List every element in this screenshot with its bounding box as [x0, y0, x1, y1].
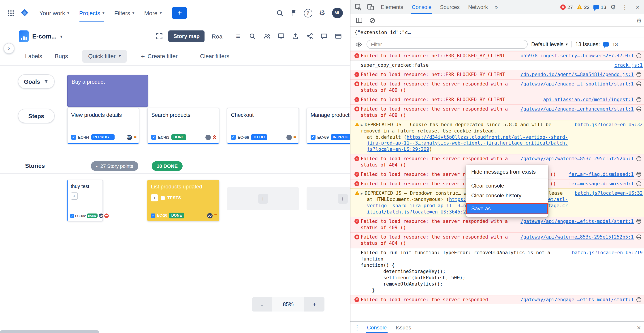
step-card[interactable]: Search products ✓ EC-63 DONE	[147, 108, 219, 144]
add-card-button[interactable]: +	[258, 194, 268, 204]
devtools-close-icon[interactable]: ×	[634, 3, 641, 11]
request-source-icon[interactable]	[636, 72, 641, 77]
quick-filter-dropdown[interactable]: Quick filter ▾	[82, 50, 127, 62]
step-card[interactable]: View products details ✓ EC-64 IN PROG...…	[67, 108, 139, 144]
request-source-icon[interactable]	[636, 172, 641, 177]
source-link[interactable]: /gateway/api/engage-…efits-modal/start:1	[520, 296, 634, 303]
bugs-filter[interactable]: Bugs	[50, 52, 72, 59]
menu-item-hide-messages[interactable]: Hide messages from exists	[466, 167, 548, 177]
devtools-menu-icon[interactable]: ⋮	[620, 3, 630, 10]
request-source-icon[interactable]	[636, 297, 641, 302]
clear-console-icon[interactable]	[366, 14, 378, 26]
goals-row-label[interactable]: Goals	[18, 74, 54, 88]
step-card[interactable]: Checkout ✓ EC-66 TO DO =	[227, 108, 299, 144]
step-card[interactable]: Manage products ✓ EC-69 IN PROG...	[306, 108, 350, 144]
source-link[interactable]: /gateway/api/waterme…853c-295e15f252b5:1	[520, 156, 634, 162]
more-tabs-icon[interactable]: »	[492, 4, 500, 10]
project-chevron-icon[interactable]: ▾	[60, 34, 62, 39]
source-link[interactable]: batch.js?locale=en-US:32	[575, 190, 643, 196]
help-icon[interactable]: ?	[304, 9, 312, 17]
log-levels-dropdown[interactable]: Default levels ▾	[531, 41, 568, 48]
flag-icon[interactable]	[290, 10, 297, 16]
source-link[interactable]: /gateway/api/engage-…efits-modal/start:1	[520, 218, 634, 225]
tab-sources[interactable]: Sources	[436, 0, 464, 14]
console-settings-icon[interactable]: ⚙	[636, 17, 642, 24]
story-card[interactable]: thuy test + ✓ EC-182 DONE DD	[67, 180, 103, 221]
nav-your-work[interactable]: Your work▾	[35, 0, 74, 26]
backlog-icon[interactable]: ≡	[233, 31, 244, 42]
fullscreen-icon[interactable]	[154, 31, 165, 42]
source-link[interactable]: /gateway/api/engage-…enhancement/start:1	[520, 106, 634, 112]
source-link[interactable]: crack.js:1	[614, 62, 643, 68]
add-item-chip[interactable]: +	[71, 192, 78, 200]
console-filter-input[interactable]	[366, 40, 528, 49]
zoom-out-button[interactable]: -	[252, 297, 272, 312]
nav-filters[interactable]: Filters▾	[110, 0, 138, 26]
expand-icon[interactable]: ▶	[361, 123, 363, 127]
request-source-icon[interactable]	[636, 106, 641, 111]
menu-item-clear-console-history[interactable]: Clear console history	[466, 191, 548, 200]
source-link[interactable]: fer…ar-flag.dismissed:1	[568, 172, 634, 178]
add-card-button[interactable]: +	[338, 194, 348, 204]
request-source-icon[interactable]	[636, 182, 641, 186]
story-card-selected[interactable]: List products updated + TESTS ✓ EC-20 DO…	[147, 180, 219, 221]
board-search-icon[interactable]	[247, 31, 258, 42]
request-source-icon[interactable]	[636, 156, 641, 161]
drawer-close-icon[interactable]: ×	[635, 324, 643, 331]
request-source-icon[interactable]	[636, 82, 641, 86]
source-link[interactable]: api.atlassian.com/metal/ingest:1	[543, 97, 634, 103]
comment-icon[interactable]	[319, 31, 330, 42]
drawer-tab-issues[interactable]: Issues	[392, 322, 415, 333]
device-toolbar-icon[interactable]	[365, 1, 376, 13]
devtools-settings-icon[interactable]: ⚙	[610, 3, 616, 10]
tab-elements[interactable]: Elements	[377, 0, 407, 14]
drawer-tab-console[interactable]: Console	[363, 322, 391, 333]
labels-filter[interactable]: Labels	[20, 52, 47, 59]
story-map-view-button[interactable]: Story map	[168, 30, 204, 42]
menu-item-save-as[interactable]: Save as...	[466, 203, 548, 214]
horizontal-scrollbar[interactable]	[0, 330, 99, 333]
share-icon[interactable]	[304, 31, 315, 42]
steps-row-label[interactable]: Steps	[18, 109, 54, 123]
project-avatar-icon[interactable]	[19, 30, 29, 42]
source-link[interactable]: o55978.ingest.sentry….browser%2F7.47.0:1	[520, 53, 634, 59]
source-link[interactable]: /gateway/api/engage-…t-spotlight/start:1	[520, 81, 634, 87]
drawer-menu-icon[interactable]: ⋮	[352, 324, 362, 331]
request-source-icon[interactable]	[636, 219, 641, 224]
people-icon[interactable]	[261, 31, 272, 42]
source-link[interactable]: batch.js?locale=en-US:32	[575, 122, 643, 128]
tab-network[interactable]: Network	[464, 0, 492, 14]
menu-item-clear-console[interactable]: Clear console	[466, 181, 548, 191]
source-link[interactable]: cdn.pendo.io/agent/s…8aa54814/pendo.js:1	[520, 72, 634, 78]
source-link[interactable]: /gateway/api/waterme…853c-295e15f252b5:1	[520, 234, 634, 240]
issues-count-badge[interactable]: 13	[594, 4, 606, 10]
nav-projects[interactable]: Projects▾	[75, 0, 108, 26]
settings-gear-icon[interactable]: ⚙	[319, 10, 325, 16]
monitor-icon[interactable]	[276, 31, 286, 42]
request-source-icon[interactable]	[636, 97, 641, 102]
search-icon[interactable]	[276, 9, 284, 17]
roadmap-view-button[interactable]: Roa	[212, 33, 222, 40]
create-button[interactable]: +	[172, 7, 187, 19]
console-sidebar-icon[interactable]	[353, 14, 365, 26]
inspect-element-icon[interactable]	[353, 1, 364, 13]
warning-count-badge[interactable]: !22	[577, 4, 590, 10]
cards-icon[interactable]	[333, 31, 344, 42]
user-avatar[interactable]: ML	[332, 8, 343, 18]
source-link[interactable]: batch.js?locale=en-US:219	[572, 250, 643, 256]
tab-console[interactable]: Console	[408, 0, 436, 14]
expand-icon[interactable]: ▶	[361, 192, 363, 196]
add-item-chip[interactable]: +	[151, 194, 158, 202]
jira-logo-icon[interactable]	[20, 8, 29, 18]
app-switcher-icon[interactable]	[8, 10, 14, 16]
goal-card[interactable]: Buy a product	[67, 75, 148, 107]
eye-icon[interactable]	[354, 38, 363, 50]
issues-bubble-icon[interactable]	[604, 42, 609, 46]
nav-more[interactable]: More▾	[140, 0, 166, 26]
export-icon[interactable]	[290, 31, 301, 42]
error-count-badge[interactable]: ×27	[560, 4, 573, 10]
sidebar-expand-button[interactable]: ›	[4, 43, 14, 54]
clear-filters-button[interactable]: Clear filters	[200, 52, 230, 59]
request-source-icon[interactable]	[636, 53, 641, 58]
project-name[interactable]: E-com...	[32, 33, 56, 40]
